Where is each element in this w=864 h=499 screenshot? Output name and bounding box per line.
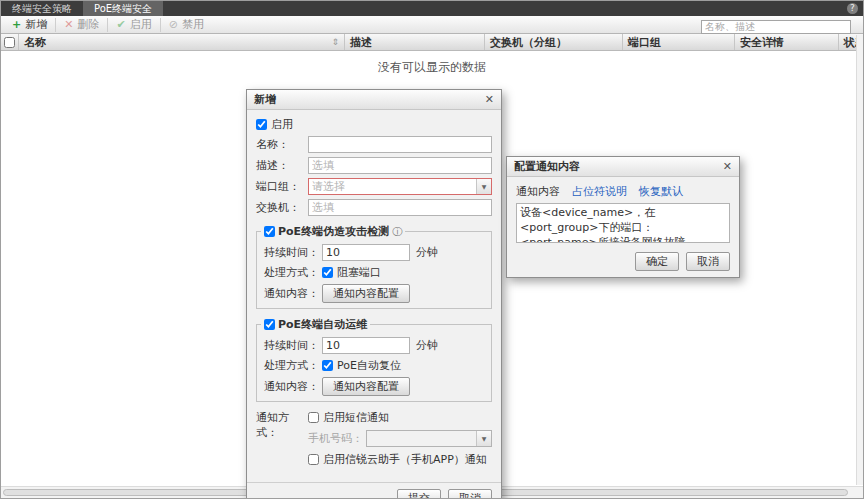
description-field[interactable] [308, 157, 492, 174]
phone-select: ▼ [366, 430, 492, 447]
app-window: 终端安全策略 PoE终端安全 ? + 新增 ✕ 删除 ✔ 启用 ⊘ 禁用 名称 [0, 0, 864, 499]
duration-field[interactable] [322, 244, 410, 261]
attack-detection-title: PoE终端伪造攻击检测 [278, 224, 389, 239]
notify-content-textarea[interactable]: 设备<device_name>，在<port_group>下的端口：<port_… [516, 203, 730, 243]
add-dialog: 新增 ✕ 启用 名称： 描述： 端口组： 请选择 ▼ [246, 89, 502, 499]
cancel-button[interactable]: 取消 [686, 252, 730, 271]
switch-label: 交换机： [256, 200, 308, 215]
sms-checkbox[interactable] [308, 412, 319, 423]
port-group-row: 端口组： 请选择 ▼ [256, 178, 492, 195]
column-header-security-detail[interactable]: 安全详情 [735, 34, 839, 50]
add-button-label: 新增 [25, 17, 47, 32]
table-header: 名称 ⇕ 描述 交换机（分组） 端口组 安全详情 状态 [1, 34, 863, 51]
placeholder-help-link[interactable]: 占位符说明 [572, 184, 627, 199]
method-row: 处理方式： PoE自动复位 [264, 358, 484, 373]
column-header-switch-group[interactable]: 交换机（分组） [485, 34, 623, 50]
vertical-scrollbar[interactable] [856, 35, 863, 485]
add-dialog-title: 新增 [254, 92, 276, 107]
tab-poe-terminal-security[interactable]: PoE终端安全 [83, 1, 163, 16]
close-icon[interactable]: ✕ [723, 160, 732, 173]
restore-default-link[interactable]: 恢复默认 [639, 184, 683, 199]
add-dialog-footer: 提交 取消 [247, 482, 501, 499]
enable-button-label: 启用 [130, 17, 152, 32]
search-input[interactable] [701, 20, 851, 34]
column-header-name[interactable]: 名称 ⇕ [19, 34, 345, 50]
name-field[interactable] [308, 136, 492, 153]
notify-links-row: 通知内容 占位符说明 恢复默认 [516, 184, 730, 199]
notify-content-label: 通知内容 [516, 184, 560, 199]
empty-message: 没有可以显示的数据 [1, 51, 863, 76]
search-box [701, 15, 851, 34]
notify-config-button[interactable]: 通知内容配置 [322, 284, 410, 303]
duration-unit: 分钟 [416, 245, 438, 260]
poe-reset-option: PoE自动复位 [322, 358, 401, 373]
close-icon[interactable]: ✕ [485, 93, 494, 106]
app-label: 启用信锐云助手（手机APP）通知 [323, 452, 487, 467]
auto-maintenance-title: PoE终端自动运维 [278, 317, 367, 332]
attack-detection-checkbox[interactable] [264, 226, 275, 237]
tab-bar: 终端安全策略 PoE终端安全 ? [1, 1, 863, 16]
notify-dialog-footer: 确定 取消 [507, 250, 739, 277]
delete-icon: ✕ [64, 19, 73, 30]
switch-row: 交换机： [256, 199, 492, 216]
notify-content-label: 通知内容： [264, 286, 322, 301]
chevron-down-icon: ▼ [476, 431, 491, 446]
select-all-checkbox[interactable] [4, 37, 15, 48]
duration-field[interactable] [322, 337, 410, 354]
phone-row: 手机号码： ▼ [308, 430, 492, 447]
notify-content-label: 通知内容： [264, 379, 322, 394]
duration-label: 持续时间： [264, 245, 322, 260]
delete-button[interactable]: ✕ 删除 [55, 18, 107, 32]
notify-dialog-title: 配置通知内容 [514, 159, 580, 174]
add-dialog-body: 启用 名称： 描述： 端口组： 请选择 ▼ 交换机： [247, 110, 501, 475]
enable-row: 启用 [256, 117, 492, 132]
notify-method-options: 启用短信通知 手机号码： ▼ 启用信锐云助手（手机APP）通知 [308, 410, 492, 467]
help-icon[interactable]: ? [847, 3, 858, 14]
app-option: 启用信锐云助手（手机APP）通知 [308, 452, 492, 467]
ok-button[interactable]: 确定 [635, 252, 679, 271]
method-label: 处理方式： [264, 265, 322, 280]
name-label: 名称： [256, 137, 308, 152]
notify-config-button[interactable]: 通知内容配置 [322, 377, 410, 396]
notify-dialog-body: 通知内容 占位符说明 恢复默认 设备<device_name>，在<port_g… [507, 177, 739, 250]
poe-reset-checkbox[interactable] [322, 360, 333, 371]
poe-reset-label: PoE自动复位 [337, 358, 401, 373]
delete-button-label: 删除 [77, 17, 99, 32]
add-button[interactable]: + 新增 [4, 18, 55, 32]
phone-label: 手机号码： [308, 431, 366, 446]
auto-maintenance-checkbox[interactable] [264, 319, 275, 330]
switch-field[interactable] [308, 199, 492, 216]
duration-row: 持续时间： 分钟 [264, 244, 484, 261]
notify-method-row: 通知方式： 启用短信通知 手机号码： ▼ [256, 410, 492, 467]
block-port-option: 阻塞端口 [322, 265, 381, 280]
enable-button[interactable]: ✔ 启用 [107, 18, 159, 32]
enable-checkbox-label: 启用 [271, 117, 293, 132]
notify-content-dialog: 配置通知内容 ✕ 通知内容 占位符说明 恢复默认 设备<device_name>… [506, 156, 740, 278]
column-header-description[interactable]: 描述 [345, 34, 485, 50]
app-checkbox[interactable] [308, 454, 319, 465]
sort-icon[interactable]: ⇕ [331, 37, 339, 47]
port-group-select[interactable]: 请选择 ▼ [308, 178, 492, 195]
notify-content-row: 通知内容： 通知内容配置 [264, 284, 484, 303]
disable-button[interactable]: ⊘ 禁用 [160, 18, 212, 32]
tab-terminal-security-policy[interactable]: 终端安全策略 [1, 1, 83, 16]
info-icon[interactable]: ⓘ [392, 225, 402, 239]
enable-checkbox[interactable] [256, 119, 267, 130]
column-header-port-group[interactable]: 端口组 [623, 34, 735, 50]
column-name-label: 名称 [24, 35, 46, 50]
block-port-checkbox[interactable] [322, 267, 333, 278]
select-all-cell [1, 34, 19, 50]
submit-button[interactable]: 提交 [397, 489, 441, 499]
ban-icon: ⊘ [169, 19, 178, 30]
auto-maintenance-group: PoE终端自动运维 持续时间： 分钟 处理方式： PoE自动复位 通知内容 [256, 317, 492, 402]
notify-content-row: 通知内容： 通知内容配置 [264, 377, 484, 396]
add-dialog-titlebar: 新增 ✕ [247, 90, 501, 110]
notify-dialog-titlebar: 配置通知内容 ✕ [507, 157, 739, 177]
toolbar: + 新增 ✕ 删除 ✔ 启用 ⊘ 禁用 [1, 16, 863, 34]
name-row: 名称： [256, 136, 492, 153]
cancel-button[interactable]: 取消 [448, 489, 492, 499]
chevron-down-icon: ▼ [476, 179, 491, 194]
check-icon: ✔ [116, 19, 125, 30]
duration-unit: 分钟 [416, 338, 438, 353]
description-label: 描述： [256, 158, 308, 173]
